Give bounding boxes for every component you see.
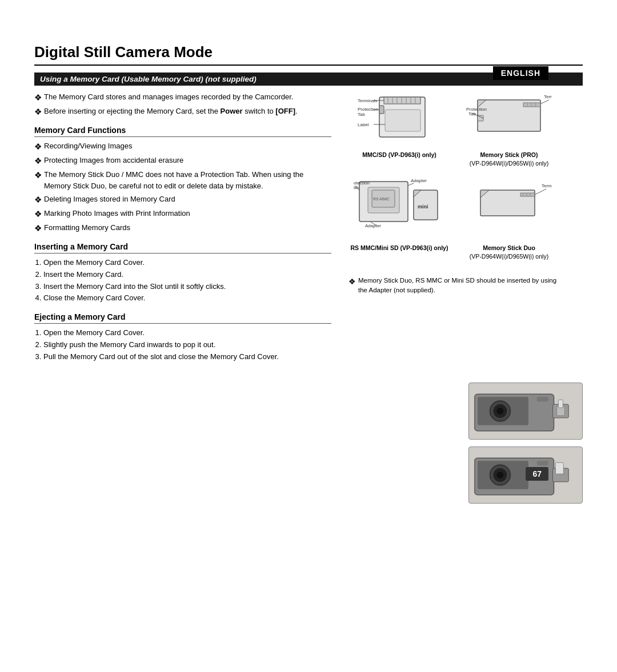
diagram-bottom-row: RS-MMC mini Protection Tab bbox=[348, 179, 560, 260]
page-wrapper: ENGLISH Digital Still Camera Mode Using … bbox=[34, 43, 583, 504]
svg-text:Terminals: Terminals bbox=[544, 94, 552, 99]
diagram-top-row: Terminals Protection Tab Label MMC/SD (V… bbox=[348, 91, 560, 167]
insert-step-1: Open the Memory Card Cover. bbox=[43, 257, 331, 269]
svg-text:RELEASE: RELEASE bbox=[567, 423, 582, 427]
svg-rect-9 bbox=[379, 106, 384, 114]
svg-point-56 bbox=[497, 408, 504, 415]
svg-rect-60 bbox=[537, 397, 548, 401]
svg-rect-70 bbox=[537, 461, 548, 465]
svg-point-67 bbox=[497, 472, 504, 478]
diagram-note: ❖ Memory Stick Duo, RS MMC or Mini SD sh… bbox=[348, 276, 560, 296]
rs-mmc-diagram: RS-MMC mini Protection Tab bbox=[354, 179, 445, 242]
ejecting-steps: Open the Memory Card Cover. Slightly pus… bbox=[43, 327, 331, 363]
mcf-item-5: ❖ Marking Photo Images with Print Inform… bbox=[34, 208, 331, 220]
mmc-sd-caption: MMC/SD (VP-D963(i) only) bbox=[362, 151, 436, 159]
ejecting-heading: Ejecting a Memory Card bbox=[34, 312, 331, 324]
inserting-heading: Inserting a Memory Card bbox=[34, 242, 331, 253]
svg-rect-10 bbox=[385, 110, 420, 131]
intro-bullet-2: ❖ Before inserting or ejecting the Memor… bbox=[34, 106, 331, 118]
mcf-item-6: ❖ Formatting Memory Cards bbox=[34, 222, 331, 234]
svg-rect-69 bbox=[555, 462, 563, 474]
ms-pro-diagram: Terminals Protection Tab bbox=[466, 91, 552, 148]
svg-text:RELEASE: RELEASE bbox=[567, 487, 582, 491]
mmc-sd-diagram-container: Terminals Protection Tab Label MMC/SD (V… bbox=[348, 91, 450, 167]
svg-line-25 bbox=[540, 100, 549, 104]
eject-step-2: Slightly push the Memory Card inwards to… bbox=[43, 339, 331, 351]
svg-text:Tab: Tab bbox=[358, 112, 365, 117]
mmc-sd-diagram: Terminals Protection Tab Label bbox=[356, 91, 442, 148]
ms-duo-diagram: Terminals bbox=[466, 179, 552, 242]
svg-text:Protection: Protection bbox=[358, 107, 378, 112]
memory-card-functions-heading: Memory Card Functions bbox=[34, 126, 331, 137]
ms-duo-diagram-container: Terminals Memory Stick Duo (VP-D964W(i)/… bbox=[458, 179, 560, 260]
svg-text:Terminals: Terminals bbox=[358, 98, 377, 103]
svg-text:RS-MMC: RS-MMC bbox=[373, 197, 390, 201]
svg-text:BATT.: BATT. bbox=[568, 419, 578, 422]
svg-text:Tab: Tab bbox=[468, 111, 476, 116]
svg-rect-46 bbox=[520, 193, 535, 196]
svg-line-50 bbox=[535, 189, 546, 195]
inserting-steps: Open the Memory Card Cover. Insert the M… bbox=[43, 257, 331, 304]
ms-pro-diagram-container: Terminals Protection Tab Memory Stick (P… bbox=[458, 91, 560, 167]
mcf-item-2: ❖ Protecting Images from accidental eras… bbox=[34, 155, 331, 167]
english-badge: ENGLISH bbox=[493, 66, 548, 80]
right-column: Terminals Protection Tab Label MMC/SD (V… bbox=[348, 91, 560, 295]
svg-text:Adapter: Adapter bbox=[411, 179, 427, 183]
page-number: 67 bbox=[526, 467, 548, 481]
page-title: Digital Still Camera Mode bbox=[34, 43, 583, 66]
rs-mmc-diagram-container: RS-MMC mini Protection Tab bbox=[348, 179, 450, 260]
svg-text:BATT.: BATT. bbox=[568, 482, 578, 486]
mcf-item-3: ❖ The Memory Stick Duo / MMC does not ha… bbox=[34, 169, 331, 191]
mcf-item-4: ❖ Deleting Images stored in Memory Card bbox=[34, 194, 331, 206]
insert-step-3: Insert the Memory Card into the Slot unt… bbox=[43, 281, 331, 293]
bullet-diamond: ❖ bbox=[34, 106, 42, 118]
rs-mmc-caption: RS MMC/Mini SD (VP-D963(i) only) bbox=[351, 244, 448, 252]
svg-text:Tab: Tab bbox=[354, 185, 359, 190]
eject-step-1: Open the Memory Card Cover. bbox=[43, 327, 331, 339]
svg-line-40 bbox=[408, 183, 414, 186]
intro-bullet-1: ❖ The Memory Card stores and manages ima… bbox=[34, 91, 331, 103]
bullet-diamond: ❖ bbox=[34, 91, 42, 103]
svg-text:mini: mini bbox=[418, 204, 428, 210]
mcf-item-1: ❖ Recording/Viewing Images bbox=[34, 140, 331, 152]
svg-rect-59 bbox=[558, 400, 563, 408]
main-content: ❖ The Memory Card stores and manages ima… bbox=[34, 91, 583, 365]
insert-step-2: Insert the Memory Card. bbox=[43, 269, 331, 281]
insert-step-4: Close the Memory Card Cover. bbox=[43, 292, 331, 304]
ms-pro-caption: Memory Stick (PRO) (VP-D964W(i)/D965W(i)… bbox=[470, 151, 548, 167]
svg-rect-20 bbox=[523, 103, 540, 107]
eject-step-3: Pull the Memory Card out of the slot and… bbox=[43, 351, 331, 363]
camera-photo-inserting: BATT. RELEASE bbox=[468, 383, 583, 440]
svg-rect-1 bbox=[384, 97, 420, 104]
svg-text:Adapter: Adapter bbox=[365, 223, 381, 228]
camera-photos-section: BATT. RELEASE BATT. bbox=[34, 383, 583, 504]
left-column: ❖ The Memory Card stores and manages ima… bbox=[34, 91, 331, 365]
svg-text:Label: Label bbox=[358, 122, 369, 127]
svg-text:Terminals: Terminals bbox=[542, 183, 552, 188]
ms-duo-caption: Memory Stick Duo (VP-D964W(i)/D965W(i) o… bbox=[470, 244, 548, 260]
